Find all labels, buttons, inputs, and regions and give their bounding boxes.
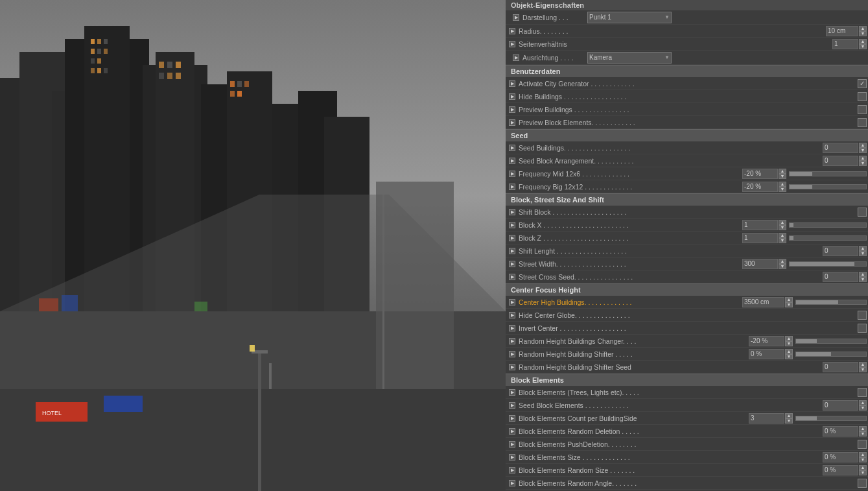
sw-down[interactable]: ▼ [779, 264, 786, 269]
block-elem-count-stepper[interactable]: ▲ ▼ [785, 413, 793, 424]
bes-up[interactable]: ▲ [859, 452, 867, 457]
seitenverhaeltnis-stepper[interactable]: ▲ ▼ [859, 39, 867, 49]
rand-height-changer-stepper[interactable]: ▲ ▼ [785, 336, 793, 346]
radius-up[interactable]: ▲ [859, 26, 867, 31]
rhss-down[interactable]: ▼ [859, 367, 867, 372]
block-elem-count-input[interactable] [749, 413, 784, 424]
fb-up[interactable]: ▲ [779, 182, 786, 187]
bz-down[interactable]: ▼ [779, 238, 786, 243]
shift-lenght-input[interactable] [823, 246, 858, 256]
ch-up[interactable]: ▲ [785, 297, 793, 302]
freq-big-stepper[interactable]: ▲ ▼ [779, 182, 786, 192]
bec-up[interactable]: ▲ [785, 413, 793, 418]
sbe-up[interactable]: ▲ [859, 400, 867, 405]
hide-center-checkbox[interactable] [858, 311, 867, 320]
block-elem-rand-size-input[interactable] [823, 465, 858, 475]
rhs-up[interactable]: ▲ [785, 349, 793, 354]
fm-down[interactable]: ▼ [779, 174, 786, 179]
rhc-up[interactable]: ▲ [785, 336, 793, 341]
bers-up[interactable]: ▲ [859, 465, 867, 470]
sb-down[interactable]: ▼ [859, 148, 867, 153]
street-cross-stepper[interactable]: ▲ ▼ [859, 272, 867, 282]
fb-down[interactable]: ▼ [779, 187, 786, 192]
block-elem-rand-angle-checkbox[interactable] [858, 479, 867, 488]
rhs-down[interactable]: ▼ [785, 354, 793, 359]
radius-stepper[interactable]: ▲ ▼ [859, 26, 867, 36]
block-x-input[interactable] [742, 220, 778, 230]
seed-block-arr-stepper[interactable]: ▲ ▼ [859, 156, 867, 166]
block-elem-rand-del-input[interactable] [823, 426, 858, 437]
sw-up[interactable]: ▲ [779, 259, 786, 264]
shift-lenght-stepper[interactable]: ▲ ▼ [859, 246, 867, 256]
street-width-slider-container[interactable] [789, 261, 867, 267]
rand-height-shifter-slider-container[interactable] [795, 352, 867, 357]
block-z-slider-track[interactable] [789, 235, 867, 241]
block-elem-count-slider-container[interactable] [795, 416, 867, 421]
freq-mid-slider-track[interactable] [789, 171, 867, 176]
sbe-down[interactable]: ▼ [859, 405, 867, 411]
block-elem-push-del-checkbox[interactable] [858, 440, 867, 449]
seed-block-elem-stepper[interactable]: ▲ ▼ [859, 400, 867, 411]
block-z-slider-container[interactable] [789, 235, 867, 241]
center-high-slider-container[interactable] [795, 300, 867, 305]
center-high-input[interactable] [742, 297, 784, 307]
freq-mid-input[interactable] [742, 169, 778, 179]
radius-down[interactable]: ▼ [859, 31, 867, 36]
ausrichtung-dropdown[interactable]: Kamera ▼ [587, 52, 672, 64]
radius-input[interactable] [826, 26, 858, 36]
sl-down[interactable]: ▼ [859, 251, 867, 256]
sc-up[interactable]: ▲ [859, 272, 867, 277]
center-high-stepper[interactable]: ▲ ▼ [785, 297, 793, 307]
berd-up[interactable]: ▲ [859, 426, 867, 431]
rand-height-shifter-stepper[interactable]: ▲ ▼ [785, 349, 793, 359]
block-elem-size-input[interactable] [823, 452, 858, 462]
seed-buildings-stepper[interactable]: ▲ ▼ [859, 143, 867, 153]
rand-height-seed-input[interactable] [823, 362, 858, 372]
rhc-down[interactable]: ▼ [785, 341, 793, 346]
bz-up[interactable]: ▲ [779, 233, 786, 238]
block-x-slider-track[interactable] [789, 222, 867, 228]
seed-block-arr-input[interactable] [823, 156, 858, 166]
rand-height-seed-stepper[interactable]: ▲ ▼ [859, 362, 867, 372]
freq-mid-stepper[interactable]: ▲ ▼ [779, 169, 786, 179]
street-width-input[interactable] [742, 259, 778, 269]
fm-up[interactable]: ▲ [779, 169, 786, 174]
ch-down[interactable]: ▼ [785, 302, 793, 307]
block-x-stepper[interactable]: ▲ ▼ [779, 220, 786, 230]
bec-down[interactable]: ▼ [785, 418, 793, 424]
sc-down[interactable]: ▼ [859, 277, 867, 282]
block-elem-trees-checkbox[interactable] [858, 388, 867, 397]
block-elem-rand-size-stepper[interactable]: ▲ ▼ [859, 465, 867, 475]
bers-down[interactable]: ▼ [859, 470, 867, 475]
rand-height-changer-slider-container[interactable] [795, 339, 867, 344]
hide-buildings-checkbox[interactable] [858, 92, 867, 101]
rand-height-shifter-slider-track[interactable] [795, 352, 867, 357]
activate-city-checkbox[interactable]: ✓ [858, 79, 867, 88]
rand-height-changer-input[interactable] [749, 336, 784, 346]
block-x-slider-container[interactable] [789, 222, 867, 228]
sba-down[interactable]: ▼ [859, 161, 867, 166]
rand-height-shifter-input[interactable] [749, 349, 784, 359]
rand-height-changer-slider-track[interactable] [795, 339, 867, 344]
center-high-slider-track[interactable] [795, 300, 867, 305]
sb-up[interactable]: ▲ [859, 143, 867, 148]
sv-down[interactable]: ▼ [859, 44, 867, 49]
berd-down[interactable]: ▼ [859, 431, 867, 437]
freq-big-slider-container[interactable] [789, 184, 867, 189]
bx-down[interactable]: ▼ [779, 225, 786, 230]
block-elem-rand-del-stepper[interactable]: ▲ ▼ [859, 426, 867, 437]
street-cross-input[interactable] [823, 272, 858, 282]
bes-down[interactable]: ▼ [859, 457, 867, 462]
block-z-stepper[interactable]: ▲ ▼ [779, 233, 786, 243]
sl-up[interactable]: ▲ [859, 246, 867, 251]
preview-block-checkbox[interactable] [858, 118, 867, 127]
darstellung-dropdown[interactable]: Punkt 1 ▼ [587, 12, 672, 23]
sv-up[interactable]: ▲ [859, 39, 867, 44]
rhss-up[interactable]: ▲ [859, 362, 867, 367]
seed-buildings-input[interactable] [823, 143, 858, 153]
freq-big-slider-track[interactable] [789, 184, 867, 189]
freq-big-input[interactable] [742, 182, 778, 192]
street-width-slider-track[interactable] [789, 261, 867, 267]
seitenverhaeltnis-input[interactable] [832, 39, 858, 49]
sba-up[interactable]: ▲ [859, 156, 867, 161]
